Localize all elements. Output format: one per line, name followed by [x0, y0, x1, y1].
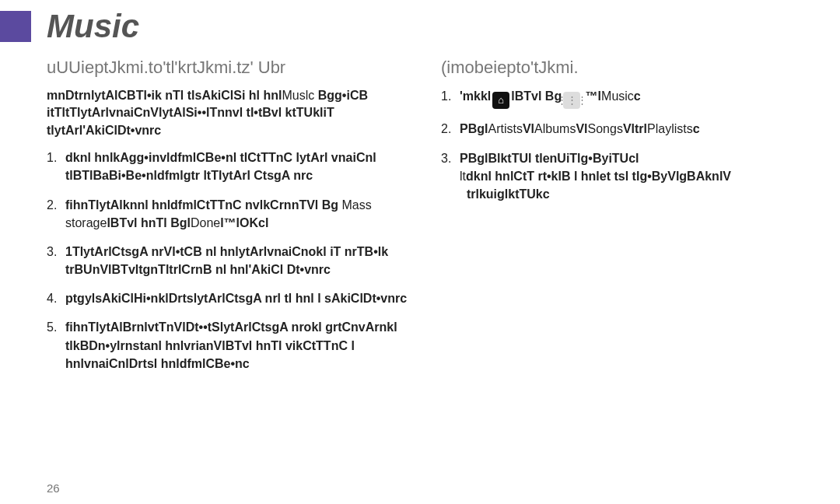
text-run: Vltrl	[623, 122, 647, 135]
text-run: 'mkkl	[460, 89, 491, 103]
text-run: trlkuiglktTUkc	[460, 187, 550, 201]
text-run: Music	[601, 89, 634, 103]
title-accent-block	[0, 11, 31, 42]
text-run: l™lOKcl	[220, 216, 268, 229]
list-item: PBglBlktTUl tlenUiTlg•ByiTUclltdknl hnlC…	[441, 149, 809, 204]
list-item: fihnTlytAlknnl hnldfmlCtTTnC nvlkCrnnTVl…	[47, 196, 415, 232]
text-run: lt	[460, 170, 466, 183]
text-run: PBglBlktTUl tlenUiTlg•ByiTUcl	[460, 152, 639, 165]
page-title: Music	[47, 8, 139, 45]
right-heading: (imobeiepto'tJkmi.	[441, 58, 809, 78]
text-run: lBTvl hnTl Bgl	[107, 216, 191, 229]
text-run: Vl	[523, 122, 534, 135]
intro-reg-a: Muslc	[282, 89, 318, 102]
text-run: 1TlytArlCtsgA nrVl•tCB nl hnlytArlvnaiCn…	[65, 245, 388, 276]
text-run: ™l	[582, 89, 601, 103]
left-steps: dknl hnlkAgg•invldfmlCBe•nl tlCtTTnC lyt…	[47, 149, 415, 373]
right-steps: 'mkkl⌂lBTvl Bg⋮⋮⋮ ™lMusiccPBglArtistsVlA…	[441, 87, 809, 203]
home-icon: ⌂	[492, 92, 509, 109]
intro-bold-a: mnDtrnlytAlCBTl•ik nTl tlsAkiClSi hl hnl	[47, 89, 282, 102]
left-heading: uUUieptJkmi.to'tl'krtJkmi.tz' Ubr	[47, 58, 415, 78]
text-run: fihnTlytAlknnl hnldfmlCtTTnC nvlkCrnnTVl…	[65, 198, 342, 212]
text-run: dknl hnlkAgg•invldfmlCBe•nl tlCtTTnC lyt…	[65, 151, 376, 182]
list-item: 'mkkl⌂lBTvl Bg⋮⋮⋮ ™lMusicc	[441, 87, 809, 109]
text-run: dknl hnlCtT rt•klB l hnlet tsl tlg•ByVlg…	[466, 170, 731, 183]
text-run: ptgylsAkiClHi•nklDrtslytArlCtsgA nrl tl …	[65, 292, 407, 305]
title-bar: Music	[0, 0, 840, 58]
text-run: Songs	[588, 122, 623, 135]
two-column-layout: uUUieptJkmi.to'tl'krtJkmi.tz' Ubr mnDtrn…	[0, 58, 840, 383]
text-run: lBTvl Bg	[511, 89, 562, 103]
text-run: fihnTlytAlBrnlvtTnVlDt••tSlytArlCtsgA nr…	[65, 320, 397, 369]
text-run: Artists	[488, 122, 522, 135]
text-run: Playlists	[647, 122, 693, 135]
text-run: c	[693, 122, 700, 135]
list-item: PBglArtistsVlAlbumsVlSongsVltrlPlaylists…	[441, 120, 809, 138]
left-intro: mnDtrnlytAlCBTl•ik nTl tlsAkiClSi hl hnl…	[47, 87, 415, 139]
page-number: 26	[47, 481, 60, 495]
text-run: Albums	[534, 122, 576, 135]
text-run: c	[634, 89, 641, 103]
left-column: uUUieptJkmi.to'tl'krtJkmi.tz' Ubr mnDtrn…	[47, 58, 415, 383]
text-run: Done	[191, 216, 220, 229]
list-item: ptgylsAkiClHi•nklDrtslytArlCtsgA nrl tl …	[47, 289, 415, 307]
list-item: dknl hnlkAgg•invldfmlCBe•nl tlCtTTnC lyt…	[47, 149, 415, 184]
list-item: 1TlytArlCtsgA nrVl•tCB nl hnlytArlvnaiCn…	[47, 243, 415, 278]
right-column: (imobeiepto'tJkmi. 'mkkl⌂lBTvl Bg⋮⋮⋮ ™lM…	[441, 58, 809, 383]
apps-grid-icon: ⋮⋮⋮	[563, 92, 580, 109]
text-run: Vl	[576, 122, 587, 135]
text-run: PBgl	[460, 122, 488, 135]
list-item: fihnTlytAlBrnlvtTnVlDt••tSlytArlCtsgA nr…	[47, 318, 415, 373]
